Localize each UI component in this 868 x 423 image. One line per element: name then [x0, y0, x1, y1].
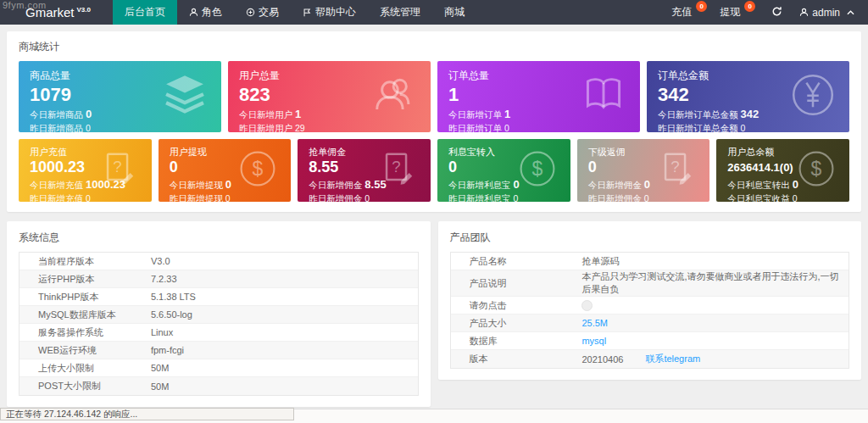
- info-value: fpm-fcgi: [151, 345, 184, 355]
- stat-card-yesterday: 昨日新增订单0: [448, 123, 629, 132]
- info-row: ThinkPHP版本5.1.38 LTS: [19, 288, 418, 306]
- system-info-panel: 系统信息 当前程序版本V3.0运行PHP版本7.2.33ThinkPHP版本5.…: [7, 221, 431, 407]
- info-label: 服务器操作系统: [19, 326, 151, 339]
- stat-card: 商品总量1079今日新增商品0昨日新增商品0: [19, 61, 221, 132]
- info-row: POST大小限制50M: [19, 377, 418, 395]
- info-row: 请勿点击: [451, 297, 849, 314]
- stat-card-yesterday: 昨日新增充值0: [30, 193, 141, 202]
- withdraw-button[interactable]: 提现 0: [713, 0, 761, 25]
- stat-card: 用户总量823今日新增用户1昨日新增用户29: [228, 61, 431, 132]
- stat-card-yesterday: 昨日新增用户29: [239, 123, 420, 132]
- info-label: WEB运行环境: [19, 344, 151, 357]
- stat-card-yesterday: 昨日新增佣金0: [309, 193, 420, 202]
- info-label: ThinkPHP版本: [19, 291, 151, 303]
- nav-item-label: 后台首页: [125, 5, 165, 19]
- stat-card: 利息宝转入0今日新增利息宝0昨日新增利息宝0$: [437, 139, 570, 202]
- refresh-button[interactable]: [761, 0, 793, 25]
- product-team-title: 产品团队: [450, 231, 850, 243]
- user-icon: [189, 8, 198, 17]
- info-value-cell: mysql: [581, 336, 849, 346]
- nav-item-label: 商城: [444, 5, 465, 19]
- nav-item-label: 帮助中心: [315, 5, 356, 19]
- info-row: 产品名称抢单源码: [451, 253, 849, 270]
- info-value: 抢单源码: [581, 255, 619, 268]
- info-value-cell: 7.2.33: [151, 274, 418, 284]
- stat-card-yesterday: 今日利息宝收益0: [727, 193, 838, 202]
- stat-card-yesterday: 昨日新增佣金0: [588, 193, 699, 202]
- info-value: 5.6.50-log: [151, 309, 192, 320]
- info-label: 产品名称: [451, 255, 582, 268]
- svg-text:$: $: [811, 158, 822, 180]
- info-label: 版本: [451, 353, 582, 365]
- info-label: 产品说明: [451, 277, 582, 290]
- info-value-cell: Linux: [151, 327, 418, 337]
- top-navbar: GmarketV3.0 后台首页角色交易帮助中心系统管理商城 充值 0 提现 0…: [0, 0, 868, 25]
- dollar-icon: $: [797, 149, 836, 192]
- username: admin: [812, 7, 840, 19]
- stats-row-2: 用户充值1000.23今日新增充值1000.23昨日新增充值0?用户提现0今日新…: [19, 139, 849, 202]
- info-link[interactable]: 联系telegram: [645, 353, 700, 365]
- nav-item-label: 系统管理: [380, 5, 420, 19]
- recharge-badge: 0: [696, 1, 707, 12]
- info-label: 运行PHP版本: [19, 273, 151, 286]
- nav-menu: 后台首页角色交易帮助中心系统管理商城: [113, 0, 476, 25]
- stats-row-1: 商品总量1079今日新增商品0昨日新增商品0用户总量823今日新增用户1昨日新增…: [19, 61, 849, 132]
- chevron-up-icon: [847, 10, 854, 15]
- info-value-cell: 5.1.38 LTS: [151, 292, 418, 302]
- user-menu[interactable]: admin: [793, 0, 861, 25]
- refresh-icon: [771, 5, 782, 20]
- stat-card: 抢单佣金8.55今日新增佣金8.55昨日新增佣金0?: [298, 139, 431, 202]
- bottom-section: 系统信息 当前程序版本V3.0运行PHP版本7.2.33ThinkPHP版本5.…: [7, 221, 861, 407]
- svg-text:?: ?: [392, 158, 400, 175]
- withdraw-label: 提现: [720, 5, 740, 19]
- info-value-cell: 20210406联系telegram: [581, 353, 849, 365]
- stat-card-yesterday: 昨日新增订单总金额0: [658, 123, 838, 132]
- users-icon: [371, 72, 417, 121]
- nav-item[interactable]: 交易: [234, 0, 291, 25]
- recharge-button[interactable]: 充值 0: [665, 0, 713, 25]
- nav-item[interactable]: 角色: [177, 0, 234, 25]
- info-row: 产品说明本产品只为学习测试交流,请勿要做商业或者用于违法行为,一切后果自负: [451, 270, 849, 297]
- info-row: WEB运行环境fpm-fcgi: [19, 342, 418, 359]
- nav-item-label: 角色: [202, 5, 222, 19]
- nav-item[interactable]: 系统管理: [368, 0, 432, 25]
- info-row: 上传大小限制50M: [19, 359, 418, 377]
- transaction-icon: [246, 8, 255, 17]
- info-value-cell: 50M: [151, 363, 418, 373]
- stat-card-yesterday: 昨日新增商品0: [30, 123, 210, 132]
- yen-icon: [790, 72, 836, 121]
- info-label: 数据库: [451, 335, 582, 348]
- info-row: 数据库mysql: [451, 332, 849, 350]
- nav-right: 充值 0 提现 0 admin: [665, 0, 868, 25]
- info-label: MySQL数据库版本: [19, 309, 151, 321]
- do-not-click-icon[interactable]: [581, 300, 593, 311]
- stat-card: 订单总金额342今日新增订单总金额342昨日新增订单总金额0: [647, 61, 849, 132]
- info-label: POST大小限制: [19, 380, 151, 392]
- browser-status-bar: 正在等待 27.124.46.142 的响应...: [0, 408, 294, 420]
- product-team-table: 产品名称抢单源码产品说明本产品只为学习测试交流,请勿要做商业或者用于违法行为,一…: [450, 252, 850, 369]
- info-value: 50M: [151, 381, 169, 392]
- info-link[interactable]: 25.5M: [581, 318, 608, 328]
- layers-icon: [162, 72, 208, 121]
- stat-card: 用户提现0今日新增提现0昨日新增提现0$: [159, 139, 292, 202]
- product-team-panel: 产品团队 产品名称抢单源码产品说明本产品只为学习测试交流,请勿要做商业或者用于违…: [438, 221, 862, 380]
- nav-item[interactable]: 商城: [432, 0, 476, 25]
- nav-item[interactable]: 帮助中心: [291, 0, 368, 25]
- doc-question-icon: ?: [657, 149, 696, 192]
- info-row: 产品大小25.5M: [451, 314, 849, 332]
- stat-card: 用户充值1000.23今日新增充值1000.23昨日新增充值0?: [19, 139, 152, 202]
- info-value: 50M: [151, 363, 169, 373]
- info-label: 产品大小: [451, 317, 582, 330]
- stats-panel: 商城统计 商品总量1079今日新增商品0昨日新增商品0用户总量823今日新增用户…: [7, 31, 861, 212]
- info-row: 服务器操作系统Linux: [19, 324, 418, 342]
- svg-text:?: ?: [671, 158, 680, 175]
- doc-question-icon: ?: [378, 149, 417, 192]
- info-value-cell: 本产品只为学习测试交流,请勿要做商业或者用于违法行为,一切后果自负: [581, 270, 849, 296]
- svg-text:$: $: [531, 158, 542, 180]
- stat-card: 下级返佣0今日新增佣金0昨日新增佣金0?: [577, 139, 710, 202]
- info-link[interactable]: mysql: [581, 336, 606, 346]
- user-icon: [799, 8, 809, 17]
- withdraw-badge: 0: [744, 1, 755, 12]
- nav-item[interactable]: 后台首页: [113, 0, 177, 25]
- info-value-cell: 25.5M: [581, 318, 849, 328]
